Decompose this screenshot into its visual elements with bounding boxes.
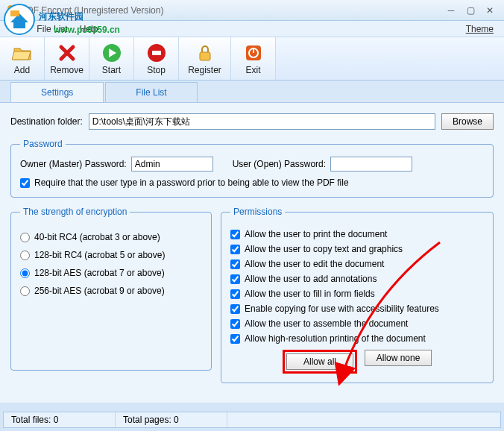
enc-128aes-radio[interactable] <box>20 268 30 278</box>
svg-rect-4 <box>7 10 14 15</box>
toolbar-remove[interactable]: Remove <box>45 37 89 80</box>
statusbar: Total files: 0 Total pages: 0 <box>3 412 501 428</box>
user-password-label: User (Open) Password: <box>233 159 326 169</box>
toolbar-exit[interactable]: Exit <box>231 37 276 80</box>
allow-all-highlight: Allow all <box>283 350 357 374</box>
browse-button[interactable]: Browse <box>441 113 494 130</box>
settings-panel: Destination folder: Browse Password Owne… <box>0 103 504 403</box>
menu-filelist[interactable]: File List <box>31 22 73 36</box>
perm-highres-checkbox[interactable] <box>230 334 240 344</box>
toolbar-add[interactable]: Add <box>0 37 45 80</box>
lock-gold-icon <box>195 43 215 63</box>
menubar: File File List Help Theme <box>0 21 504 37</box>
svg-rect-7 <box>152 51 161 55</box>
toolbar-stop[interactable]: Stop <box>134 37 179 80</box>
encryption-legend: The strength of encryption <box>20 207 130 217</box>
menu-theme[interactable]: Theme <box>460 22 500 36</box>
password-group: Password Owner (Master) Password: User (… <box>10 139 494 198</box>
perm-accessibility-checkbox[interactable] <box>230 304 240 314</box>
require-password-label: Require that the user type in a password… <box>34 177 349 188</box>
svg-rect-8 <box>200 52 210 60</box>
titlebar: PDF Encrypt (Unregistered Version) ─ ▢ ✕ <box>0 0 504 21</box>
power-icon <box>243 43 264 63</box>
user-password-input[interactable] <box>330 157 412 172</box>
perm-edit-checkbox[interactable] <box>230 259 240 269</box>
minimize-button[interactable]: ─ <box>441 4 461 17</box>
tab-settings[interactable]: Settings <box>10 82 104 102</box>
play-green-icon <box>101 43 122 63</box>
password-legend: Password <box>20 139 66 149</box>
owner-password-input[interactable] <box>131 157 213 172</box>
perm-formfill-checkbox[interactable] <box>230 289 240 299</box>
perm-assemble-checkbox[interactable] <box>230 319 240 329</box>
toolbar-register[interactable]: Register <box>179 37 231 80</box>
menu-file[interactable]: File <box>4 22 31 36</box>
perm-print-checkbox[interactable] <box>230 230 240 239</box>
status-total-pages: Total pages: 0 <box>116 412 227 427</box>
owner-password-label: Owner (Master) Password: <box>20 159 127 169</box>
enc-40bit-radio[interactable] <box>20 233 30 242</box>
tab-bar: Settings File List <box>0 81 504 103</box>
status-total-files: Total files: 0 <box>4 412 116 427</box>
require-password-checkbox[interactable] <box>20 178 30 188</box>
allow-none-button[interactable]: Allow none <box>365 350 432 366</box>
enc-128rc4-radio[interactable] <box>20 251 30 260</box>
stop-red-icon <box>146 43 167 63</box>
permissions-legend: Permissions <box>230 207 285 217</box>
toolbar-start[interactable]: Start <box>89 37 134 80</box>
x-red-icon <box>57 43 78 63</box>
menu-help[interactable]: Help <box>74 22 104 36</box>
toolbar: Add Remove Start Stop Register Exit <box>0 37 504 81</box>
folder-open-icon <box>12 43 33 63</box>
encryption-group: The strength of encryption 40-bit RC4 (a… <box>10 207 212 371</box>
tab-filelist[interactable]: File List <box>105 82 197 102</box>
close-button[interactable]: ✕ <box>480 4 500 17</box>
app-icon <box>4 4 16 16</box>
permissions-group: Permissions Allow the user to print the … <box>221 207 494 383</box>
maximize-button[interactable]: ▢ <box>461 4 480 17</box>
window-title: PDF Encrypt (Unregistered Version) <box>21 5 441 16</box>
perm-annotate-checkbox[interactable] <box>230 274 240 284</box>
allow-all-button[interactable]: Allow all <box>286 353 353 370</box>
destination-input[interactable] <box>89 113 435 130</box>
destination-label: Destination folder: <box>10 116 83 127</box>
enc-256bit-radio[interactable] <box>20 286 30 296</box>
perm-copy-checkbox[interactable] <box>230 245 240 254</box>
